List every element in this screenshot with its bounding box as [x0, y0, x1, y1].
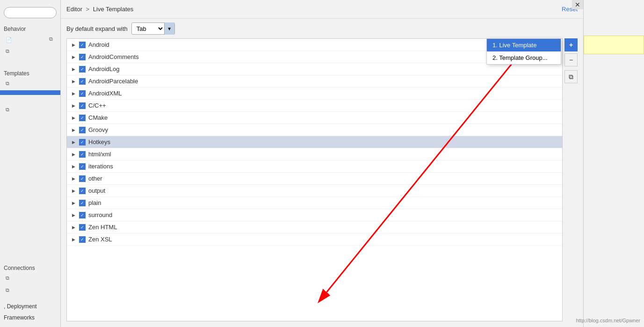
checkbox[interactable]: ✓ [79, 42, 86, 48]
yellow-box [584, 36, 644, 54]
template-row[interactable]: ▶✓other [67, 173, 562, 185]
checkbox[interactable]: ✓ [79, 188, 86, 194]
expand-arrow-icon: ▶ [71, 115, 76, 121]
sidebar-item-conn-1[interactable]: ⧉ [0, 273, 60, 285]
row-label: AndroidParcelable [88, 78, 138, 85]
template-row[interactable]: ▶✓Zen XSL [67, 233, 562, 246]
checkbox[interactable]: ✓ [79, 151, 86, 158]
remove-button[interactable]: − [564, 53, 578, 66]
template-row[interactable]: ▶✓Zen HTML [67, 221, 562, 233]
expand-arrow-icon: ▶ [71, 200, 76, 206]
sidebar-item-1[interactable]: 📄 ⧉ [0, 34, 60, 46]
sidebar-search-input[interactable] [4, 7, 57, 18]
expand-arrow-icon: ▶ [71, 225, 76, 230]
template-row[interactable]: ▶✓AndroidLog [67, 63, 562, 75]
expand-arrow-icon: ▶ [71, 212, 76, 218]
expand-row: By default expand with Tab Enter Space ▼ [61, 19, 583, 38]
row-label: Zen HTML [88, 224, 117, 231]
row-label: Groovy [88, 126, 108, 133]
checkbox[interactable]: ✓ [79, 66, 86, 73]
checkbox[interactable]: ✓ [79, 90, 86, 97]
row-label: Hotkeys [88, 138, 110, 145]
expand-arrow-icon: ▶ [71, 91, 76, 96]
template-row[interactable]: ▶✓Groovy [67, 124, 562, 136]
template-row[interactable]: ▶✓C/C++ [67, 100, 562, 112]
checkbox[interactable]: ✓ [79, 212, 86, 218]
expand-arrow-icon: ▶ [71, 42, 76, 48]
sidebar-item-templates-active[interactable] [0, 90, 60, 95]
copy-icon-7: ⧉ [6, 287, 13, 295]
templates-label: Templates [0, 67, 60, 78]
row-label: Zen XSL [88, 236, 112, 243]
row-label: other [88, 175, 102, 182]
expand-arrow-icon: ▶ [71, 79, 76, 84]
dropdown-item-2[interactable]: 2. Template Group... [487, 51, 561, 64]
row-label: iterations [88, 163, 113, 170]
deployment-label: , Deployment [0, 301, 60, 312]
template-row[interactable]: ▶✓html/xml [67, 148, 562, 160]
breadcrumb-current: Live Templates [93, 6, 133, 13]
watermark: http://blog.csdm.net/Gpwner [576, 318, 640, 323]
template-row[interactable]: ▶✓CMake [67, 112, 562, 124]
template-list: ▶✓Android▶✓AndroidComments▶✓AndroidLog▶✓… [66, 38, 563, 321]
checkbox[interactable]: ✓ [79, 115, 86, 121]
expand-select-wrapper: Tab Enter Space ▼ [131, 22, 175, 35]
expand-arrow-icon: ▶ [71, 176, 76, 182]
template-row[interactable]: ▶✓surround [67, 209, 562, 221]
copy-button[interactable]: ⧉ [564, 70, 578, 83]
expand-arrow-icon: ▶ [71, 188, 76, 194]
sidebar-item-extra-1[interactable]: ⧉ [0, 104, 60, 116]
breadcrumb-separator: > [86, 6, 90, 13]
row-label: Android [88, 41, 109, 48]
template-row[interactable]: ▶✓output [67, 185, 562, 197]
dropdown-item-1[interactable]: 1. Live Template [487, 39, 561, 51]
checkbox[interactable]: ✓ [79, 163, 86, 170]
row-label: AndroidComments [88, 53, 139, 60]
template-row[interactable]: ▶✓AndroidParcelable [67, 75, 562, 87]
checkbox[interactable]: ✓ [79, 127, 86, 133]
add-button[interactable]: + [564, 38, 578, 51]
action-buttons: + − ⧉ [563, 38, 578, 321]
copy-icon-5: ⧉ [6, 107, 13, 114]
dropdown-menu: 1. Live Template2. Template Group... [486, 38, 561, 65]
checkbox[interactable]: ✓ [79, 139, 86, 145]
expand-arrow-icon: ▶ [71, 164, 76, 169]
expand-arrow-icon: ▶ [71, 139, 76, 145]
row-label: AndroidLog [88, 65, 120, 73]
expand-arrow-icon: ▶ [71, 237, 76, 242]
breadcrumb: Editor > Live Templates [66, 6, 133, 13]
content-area: Editor > Live Templates Reset By default… [61, 0, 583, 327]
template-row[interactable]: ▶✓Hotkeys [67, 136, 562, 148]
template-row[interactable]: ▶✓iterations [67, 160, 562, 173]
checkbox[interactable]: ✓ [79, 224, 86, 231]
expand-select[interactable]: Tab Enter Space [132, 24, 164, 34]
expand-label: By default expand with [66, 25, 128, 32]
checkbox[interactable]: ✓ [79, 78, 86, 85]
sidebar: Behavior 📄 ⧉ ⧉ Templates ⧉ ⧉ Connections… [0, 0, 61, 327]
sidebar-item-templates-1[interactable]: ⧉ [0, 78, 60, 90]
expand-arrow-icon: ▶ [71, 103, 76, 109]
row-label: C/C++ [88, 102, 106, 109]
row-label: html/xml [88, 151, 111, 158]
template-row[interactable]: ▶✓AndroidXML [67, 87, 562, 100]
row-label: CMake [88, 114, 108, 121]
copy-icon-3: ⧉ [6, 80, 13, 88]
connections-label: Connections [0, 262, 60, 273]
expand-dropdown-button[interactable]: ▼ [164, 22, 174, 35]
row-label: AndroidXML [88, 90, 122, 97]
checkbox[interactable]: ✓ [79, 102, 86, 109]
copy-icon-6: ⧉ [6, 275, 13, 283]
template-row[interactable]: ▶✓plain [67, 197, 562, 209]
row-label: surround [88, 211, 112, 218]
checkbox[interactable]: ✓ [79, 54, 86, 60]
close-button[interactable]: ✕ [572, 0, 583, 9]
checkbox[interactable]: ✓ [79, 175, 86, 182]
sidebar-item-2[interactable]: ⧉ [0, 46, 60, 58]
right-panel: http://blog.csdm.net/Gpwner [583, 0, 644, 327]
top-bar: Editor > Live Templates Reset [61, 0, 583, 19]
checkbox[interactable]: ✓ [79, 200, 86, 206]
checkbox[interactable]: ✓ [79, 236, 86, 243]
frameworks-label: Frameworks [0, 312, 60, 323]
behavior-label: Behavior [0, 23, 60, 34]
sidebar-item-conn-2[interactable]: ⧉ [0, 285, 60, 297]
